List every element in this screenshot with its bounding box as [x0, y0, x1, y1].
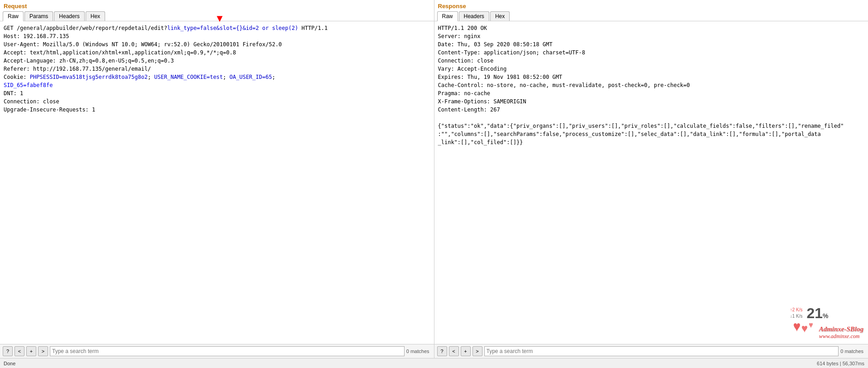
response-line-3: Date: Thu, 03 Sep 2020 08:50:18 GMT: [438, 40, 865, 48]
response-prev-btn[interactable]: <: [449, 346, 459, 356]
request-search-bar: ? < + > 0 matches: [0, 344, 434, 358]
request-content: GET /general/appbuilder/web/report/repde…: [0, 21, 434, 344]
response-tab-headers[interactable]: Headers: [459, 11, 489, 21]
response-line-5: Connection: close: [438, 57, 865, 65]
response-line-7: Expires: Thu, 19 Nov 1981 08:52:00 GMT: [438, 73, 865, 81]
status-right: 614 bytes | 56,307ms: [817, 361, 864, 366]
request-search-matches: 0 matches: [406, 349, 431, 354]
response-forward-btn[interactable]: >: [473, 346, 482, 356]
request-tab-headers[interactable]: Headers: [54, 11, 84, 21]
request-line-1: GET /general/appbuilder/web/report/repde…: [4, 24, 430, 32]
response-tab-raw[interactable]: Raw: [437, 11, 458, 21]
request-tab-bar: Raw Params Headers Hex: [0, 11, 434, 21]
status-left: Done: [4, 361, 15, 366]
request-line-10: Connection: close: [4, 97, 430, 106]
request-line-9: DNT: 1: [4, 89, 430, 97]
response-line-1: HTTP/1.1 200 OK: [438, 24, 865, 32]
request-next-btn[interactable]: +: [26, 346, 36, 356]
response-search-bar: ? < + > 0 matches: [434, 344, 868, 358]
response-tab-bar: Raw Headers Hex: [434, 11, 868, 21]
request-tab-params[interactable]: Params: [24, 11, 53, 21]
status-bar: Done 614 bytes | 56,307ms: [0, 358, 868, 368]
request-line-8: SID_65=fabef8fe: [4, 81, 430, 89]
response-line-10: X-Frame-Options: SAMEORIGIN: [438, 97, 865, 106]
response-title: Response: [434, 0, 868, 11]
request-tab-hex[interactable]: Hex: [86, 11, 105, 21]
request-line-3: User-Agent: Mozilla/5.0 (Windows NT 10.0…: [4, 40, 430, 48]
request-tab-raw[interactable]: Raw: [3, 11, 24, 21]
request-forward-btn[interactable]: >: [38, 346, 48, 356]
response-line-9: Pragma: no-cache: [438, 89, 865, 97]
status-done: Done: [4, 361, 15, 366]
request-line-7: Cookie: PHPSESSID=mva518tjsg5errdk8toa75…: [4, 73, 430, 81]
response-content: HTTP/1.1 200 OK Server: nginx Date: Thu,…: [434, 21, 868, 344]
response-search-input[interactable]: [484, 346, 839, 356]
response-line-13: {"status":"ok","data":{"priv_organs":[],…: [438, 122, 865, 146]
request-prev-btn[interactable]: <: [14, 346, 24, 356]
response-line-2: Server: nginx: [438, 32, 865, 40]
request-line-2: Host: 192.168.77.135: [4, 32, 430, 40]
response-line-12: [438, 114, 865, 122]
request-line-6: Referer: http://192.168.77.135/general/e…: [4, 65, 430, 73]
response-line-4: Content-Type: application/json; charset=…: [438, 48, 865, 57]
response-line-8: Cache-Control: no-store, no-cache, must-…: [438, 81, 865, 89]
response-search-matches: 0 matches: [840, 349, 865, 354]
response-tab-hex[interactable]: Hex: [490, 11, 510, 21]
response-next-btn[interactable]: +: [461, 346, 471, 356]
request-line-11: Upgrade-Insecure-Requests: 1: [4, 106, 430, 114]
response-line-11: Content-Length: 267: [438, 106, 865, 114]
response-help-btn[interactable]: ?: [437, 346, 447, 356]
request-help-btn[interactable]: ?: [3, 346, 13, 356]
request-title: Request: [0, 0, 434, 11]
request-line-4: Accept: text/html,application/xhtml+xml,…: [4, 48, 430, 57]
request-search-input[interactable]: [50, 346, 405, 356]
request-line-5: Accept-Language: zh-CN,zh;q=0.8,en-US;q=…: [4, 57, 430, 65]
response-line-6: Vary: Accept-Encoding: [438, 65, 865, 73]
